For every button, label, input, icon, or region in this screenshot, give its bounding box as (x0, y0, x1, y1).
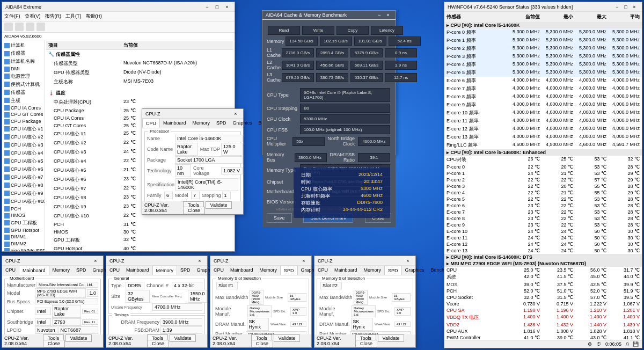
list-row[interactable]: 传感器类型Nuvoton NCT6687D-M (ISA A20h) (46, 59, 233, 68)
tab-mainboard[interactable]: Mainboard (19, 266, 49, 275)
list-row[interactable]: 中央处理器(CPU)23 ℃ (46, 98, 233, 107)
maximize-icon[interactable]: □ (213, 4, 221, 10)
sensor-row[interactable]: E-core 8 频率4,000.0 MHz4,000.0 MHz4,000.0… (444, 93, 642, 101)
sensor-row[interactable]: E-core 6 频率4,000.0 MHz4,000.0 MHz4,000.0… (444, 77, 642, 85)
tree-item[interactable]: 计算机名称 (3, 57, 43, 65)
tree-item[interactable]: 传感器 (3, 89, 43, 97)
sensor-row[interactable]: P-core 1 频率5,300.0 MHz5,300.0 MHz5,300.0… (444, 37, 642, 45)
tab-spd[interactable]: SPD (213, 119, 230, 128)
sensor-row[interactable]: P-core 4 频率5,300.0 MHz5,300.0 MHz5,300.0… (444, 61, 642, 69)
sensor-section[interactable]: ▸ CPU [#0]: Intel Core i5-14600K: Enhanc… (444, 149, 642, 156)
sensor-row[interactable]: P-core 124 ℃21 ℃53 ℃29 ℃ (444, 170, 642, 177)
slot-dropdown[interactable]: Slot #1 (216, 282, 238, 289)
tree-item[interactable]: PCH (3, 206, 43, 213)
sensor-row[interactable]: E-core 723 ℃22 ℃53 ℃28 ℃ (444, 209, 642, 215)
bench-titlebar[interactable]: AIDA64 Cache & Memory Benchmark−× (262, 11, 396, 20)
close-icon[interactable]: × (404, 258, 412, 264)
tab-graphics[interactable]: Graphics (230, 119, 255, 128)
tree-item[interactable]: CPU IA核心 #5 (3, 157, 43, 165)
slot-dropdown[interactable]: Slot #2 (320, 282, 342, 289)
close-icon[interactable]: × (223, 4, 231, 10)
tree-item[interactable]: CPU Package (3, 118, 43, 125)
tab-mainboard[interactable]: Mainboard (227, 266, 257, 275)
tab-spd[interactable]: SPD (73, 266, 90, 275)
sensor-row[interactable]: P-core 5 频率5,300.0 MHz5,300.0 MHz5,300.0… (444, 69, 642, 77)
sensor-row[interactable]: E-core 10 频率4,000.0 MHz4,000.0 MHz4,000.… (444, 109, 642, 117)
tree-item[interactable]: 计算机 (3, 41, 43, 49)
sensor-row[interactable]: Ring/LLC 频率4,600.0 MHz4,500.0 MHz4,600.0… (444, 141, 642, 149)
sensor-row[interactable]: E-core 923 ℃22 ℃53 ℃28 ℃ (444, 222, 642, 228)
up-icon[interactable] (26, 23, 34, 31)
sensor-row[interactable]: MOS39.0 ℃37.5 ℃42.5 ℃39.9 ℃ (444, 281, 642, 288)
sensor-row[interactable]: P-core 3 频率5,300.0 MHz5,300.0 MHz5,300.0… (444, 53, 642, 61)
tab-memory[interactable]: Memory (152, 266, 178, 275)
list-row[interactable]: PCH31 ℃ (46, 221, 233, 228)
refresh-icon[interactable] (36, 23, 45, 31)
tab-cpu[interactable]: CPU (210, 266, 227, 275)
tree-item[interactable]: HMOS (3, 212, 43, 219)
sensor-row[interactable]: E-core 1224 ℃24 ℃50 ℃30 ℃ (444, 241, 642, 247)
tree-item[interactable]: 便携式计算机 (3, 81, 43, 89)
sensor-row[interactable]: PWM Controller41.0 ℃39.0 ℃43.0 ℃41.1 ℃ (444, 334, 642, 340)
menu-item[interactable]: 查看(V) (25, 13, 41, 19)
sensor-section[interactable]: ▸ CPU [#0]: Intel Core i5-14600K: DTS (444, 254, 642, 260)
sensor-row[interactable]: Vcore0.730 V0.715 V1.222 V1.067 V (444, 301, 642, 307)
cpuz-titlebar[interactable]: CPU-Z× (142, 109, 243, 119)
tree-item[interactable]: DMI (3, 65, 43, 72)
hwinfo-titlebar[interactable]: HWiNFO64 v7.64-5240 Sensor Status [333 v… (444, 2, 642, 12)
menu-item[interactable]: 工具(T) (65, 13, 82, 19)
list-row[interactable]: GPU 工程板32 ℃ (46, 236, 233, 245)
list-row[interactable]: 主板名称MSI MS-7E03 (46, 77, 233, 86)
tree-item[interactable]: GPU 工程板 (3, 219, 43, 227)
minimize-icon[interactable]: − (375, 12, 384, 18)
sensor-row[interactable]: E-core 9 频率4,000.0 MHz4,000.0 MHz4,000.0… (444, 101, 642, 109)
sensor-row[interactable]: P-core 0 频率5,300.0 MHz5,300.0 MHz5,300.0… (444, 28, 642, 37)
gear-icon[interactable]: ⚙ (588, 341, 592, 347)
sensor-section[interactable]: ▸ CPU [#0]: Intel Core i5-14600K (444, 22, 642, 28)
sensor-row[interactable]: P-core 022 ℃20 ℃53 ℃28 ℃ (444, 164, 642, 170)
tab-cpu[interactable]: CPU (106, 266, 123, 275)
forward-icon[interactable] (15, 23, 24, 31)
sensor-row[interactable]: E-core 12 频率4,000.0 MHz4,000.0 MHz4,000.… (444, 125, 642, 133)
close-icon[interactable]: × (231, 111, 240, 116)
back-icon[interactable] (4, 23, 13, 31)
close-icon[interactable]: × (195, 258, 204, 264)
close-icon[interactable]: × (91, 258, 100, 264)
sensor-row[interactable]: P-core 422 ℃21 ℃55 ℃29 ℃ (444, 189, 642, 196)
sensor-row[interactable]: CPU AUX1.816 V1.808 V1.828 V1.818 V (444, 328, 642, 334)
sensor-row[interactable]: 系统42.0 ℃41.5 ℃45.0 ℃44.0 ℃ (444, 273, 642, 281)
sensor-row[interactable]: E-core 13 频率4,000.0 MHz4,000.0 MHz4,000.… (444, 133, 642, 141)
log-icon[interactable]: ⎙ (626, 341, 628, 347)
tree-item[interactable]: CPU IA核心 #8 (3, 181, 43, 189)
sensor-row[interactable]: E-core 7 频率4,000.0 MHz4,000.0 MHz4,000.0… (444, 85, 642, 93)
close-icon[interactable]: × (630, 4, 639, 10)
tab-memory[interactable]: Memory (361, 266, 385, 275)
tree-item[interactable]: GPU Hotspot (3, 227, 43, 234)
menu-item[interactable]: 帮助(H) (86, 13, 103, 19)
sensor-row[interactable]: CPU封装26 ℃25 ℃53 ℃32 ℃ (444, 156, 642, 164)
sensor-row[interactable]: E-core 623 ℃22 ℃53 ℃28 ℃ (444, 202, 642, 209)
tab-memory[interactable]: Memory (49, 266, 74, 275)
tab-cpu[interactable]: CPU (142, 119, 160, 128)
save-button[interactable]: Save (267, 213, 292, 223)
sensor-row[interactable]: P-core 322 ℃20 ℃55 ℃28 ℃ (444, 183, 642, 189)
tree-item[interactable]: CPU IA核心 #3 (3, 141, 43, 149)
tree-item[interactable]: DIMM2 (3, 240, 43, 247)
sensor-row[interactable]: P-core 522 ℃22 ℃53 ℃28 ℃ (444, 196, 642, 202)
sensor-row[interactable]: E-core 1124 ℃24 ℃50 ℃30 ℃ (444, 235, 642, 241)
tab-mainboard[interactable]: Mainboard (123, 266, 152, 275)
tree-item[interactable]: CPU IA核心 #7 (3, 173, 43, 181)
list-row[interactable]: HMOS30 ℃ (46, 228, 233, 236)
sensor-row[interactable]: VDD21.436 V1.432 V1.440 V1.439 V (444, 322, 642, 328)
sensor-section[interactable]: ▸ MSI MPG Z790I EDGE WIFI (MS-7E03) (Nuv… (444, 260, 642, 267)
sensor-row[interactable]: E-core 1324 ℃24 ℃50 ℃30 ℃ (444, 247, 642, 254)
sensor-row[interactable]: PCH52.0 ℃51.0 ℃52.0 ℃51.9 ℃ (444, 288, 642, 294)
list-row[interactable]: GPU 传感器类型Diode (NV-Diode) (46, 68, 233, 77)
tree-item[interactable]: CPU GT Cores (3, 111, 43, 118)
sensor-row[interactable]: E-core 11 频率4,000.0 MHz4,000.0 MHz4,000.… (444, 117, 642, 125)
save-icon[interactable]: 💾 (633, 341, 639, 347)
tab-cpu[interactable]: CPU (2, 266, 19, 275)
sensor-row[interactable]: VDDQ TX 电压1.400 V1.400 V1.400 V1.400 V (444, 313, 642, 322)
minimize-icon[interactable]: − (203, 4, 211, 10)
tree-item[interactable]: 电源管理 (3, 72, 43, 81)
